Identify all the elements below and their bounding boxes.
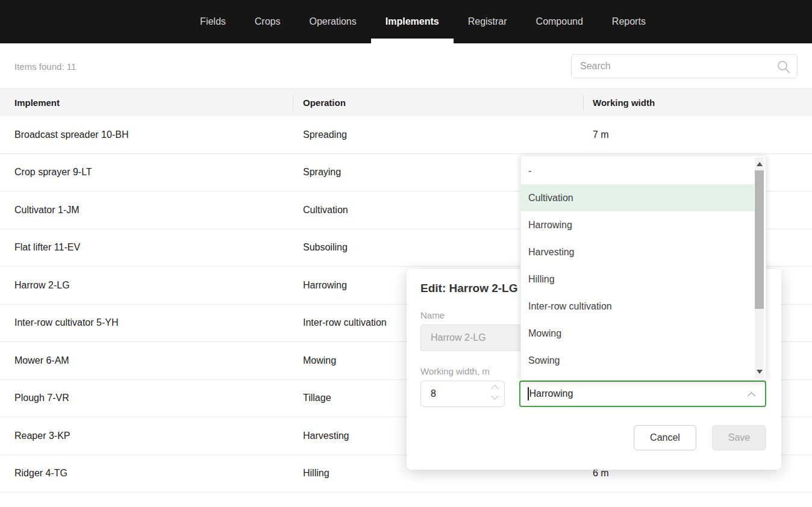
dropdown-option-mowing[interactable]: Mowing	[521, 320, 754, 347]
dropdown-option-inter-row-cultivation[interactable]: Inter-row cultivation	[521, 293, 754, 320]
dropdown-option-cultivation[interactable]: Cultivation	[521, 184, 754, 211]
tab-reports[interactable]: Reports	[598, 0, 660, 43]
column-header-working-width: Working width	[584, 95, 812, 111]
dropdown-scrollbar[interactable]	[755, 157, 764, 379]
operation-dropdown-list: - Cultivation Harrowing Harvesting Hilli…	[520, 155, 766, 381]
tab-fields[interactable]: Fields	[186, 0, 240, 43]
cell-implement: Reaper 3-KP	[0, 431, 293, 441]
scroll-up-icon[interactable]	[757, 162, 763, 166]
cell-implement: Mower 6-AM	[0, 355, 293, 366]
working-width-stepper	[420, 381, 505, 407]
scroll-down-icon[interactable]	[757, 370, 763, 374]
cell-operation: Spreading	[293, 129, 584, 140]
search-input[interactable]	[572, 55, 797, 78]
search-box	[571, 54, 798, 78]
table-row[interactable]: Broadcast spreader 10-BH Spreading 7 m	[0, 116, 812, 154]
dropdown-option-harvesting[interactable]: Harvesting	[521, 238, 754, 266]
tab-compound[interactable]: Compound	[522, 0, 598, 43]
cancel-button[interactable]: Cancel	[634, 425, 696, 450]
text-cursor	[528, 387, 529, 400]
tab-implements[interactable]: Implements	[371, 0, 454, 43]
field-row: Harrowing	[420, 381, 766, 407]
chevron-up-icon	[748, 392, 755, 400]
table-header: Implement Operation Working width	[0, 89, 812, 116]
cell-implement: Ridger 4-TG	[0, 468, 293, 479]
stepper-controls[interactable]	[492, 386, 498, 399]
tab-operations[interactable]: Operations	[295, 0, 370, 43]
stepper-up-icon[interactable]	[491, 385, 499, 393]
cell-working-width: 7 m	[584, 129, 812, 140]
column-header-operation: Operation	[293, 95, 584, 111]
column-header-implement: Implement	[0, 95, 293, 111]
search-icon	[776, 60, 791, 74]
cell-implement: Broadcast spreader 10-BH	[0, 129, 293, 140]
cell-implement: Flat lifter 11-EV	[0, 242, 293, 253]
items-found-count: Items found: 11	[14, 61, 76, 71]
cell-implement: Harrow 2-LG	[0, 280, 293, 291]
cell-implement: Crop sprayer 9-LT	[0, 167, 293, 178]
tab-crops[interactable]: Crops	[240, 0, 295, 43]
cell-implement: Inter-row cultivator 5-YH	[0, 317, 293, 328]
toolbar: Items found: 11	[0, 43, 812, 89]
top-navbar: Fields Crops Operations Implements Regis…	[0, 0, 812, 43]
operation-select[interactable]: Harrowing	[519, 381, 766, 407]
scrollbar-thumb[interactable]	[755, 170, 764, 309]
cell-implement: Cultivator 1-JM	[0, 205, 293, 216]
save-button: Save	[712, 425, 766, 450]
dropdown-options: - Cultivation Harrowing Harvesting Hilli…	[521, 157, 754, 374]
dropdown-option-harrowing[interactable]: Harrowing	[521, 211, 754, 238]
dropdown-option-empty[interactable]: -	[521, 157, 754, 184]
modal-buttons: Cancel Save	[420, 425, 766, 450]
dropdown-option-sowing[interactable]: Sowing	[521, 347, 754, 374]
dropdown-option-hilling[interactable]: Hilling	[521, 266, 754, 293]
operation-select-value: Harrowing	[529, 388, 573, 399]
tab-registrar[interactable]: Registrar	[454, 0, 522, 43]
stepper-down-icon[interactable]	[491, 392, 499, 400]
page: Fields Crops Operations Implements Regis…	[0, 0, 812, 507]
cell-implement: Plough 7-VR	[0, 393, 293, 403]
